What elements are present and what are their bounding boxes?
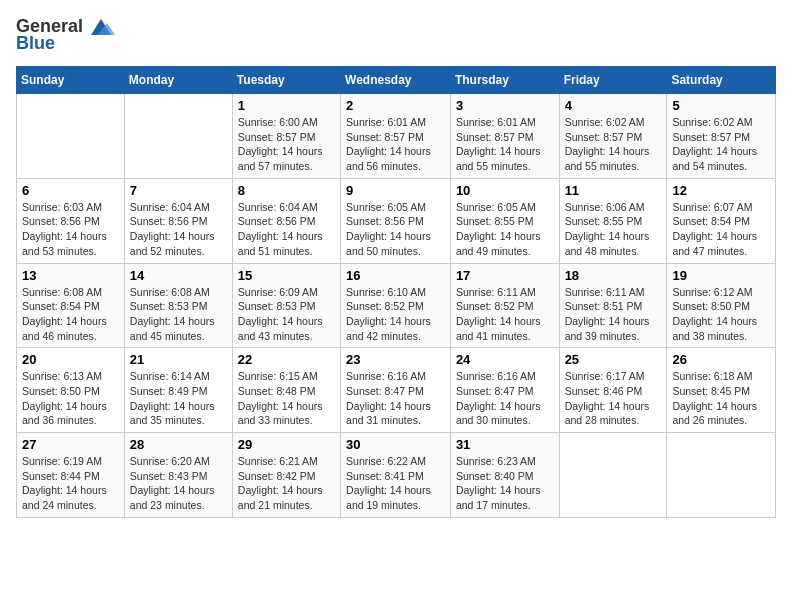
- day-info: Sunrise: 6:19 AM Sunset: 8:44 PM Dayligh…: [22, 454, 119, 513]
- calendar-cell: 15Sunrise: 6:09 AM Sunset: 8:53 PM Dayli…: [232, 263, 340, 348]
- page-header: General Blue: [16, 16, 776, 54]
- day-number: 19: [672, 268, 770, 283]
- day-number: 10: [456, 183, 554, 198]
- day-number: 20: [22, 352, 119, 367]
- day-info: Sunrise: 6:02 AM Sunset: 8:57 PM Dayligh…: [565, 115, 662, 174]
- day-number: 24: [456, 352, 554, 367]
- day-number: 5: [672, 98, 770, 113]
- calendar-cell: 2Sunrise: 6:01 AM Sunset: 8:57 PM Daylig…: [341, 94, 451, 179]
- day-number: 16: [346, 268, 445, 283]
- day-info: Sunrise: 6:00 AM Sunset: 8:57 PM Dayligh…: [238, 115, 335, 174]
- day-number: 28: [130, 437, 227, 452]
- day-info: Sunrise: 6:03 AM Sunset: 8:56 PM Dayligh…: [22, 200, 119, 259]
- calendar-cell: 9Sunrise: 6:05 AM Sunset: 8:56 PM Daylig…: [341, 178, 451, 263]
- calendar-cell: 12Sunrise: 6:07 AM Sunset: 8:54 PM Dayli…: [667, 178, 776, 263]
- calendar-cell: 24Sunrise: 6:16 AM Sunset: 8:47 PM Dayli…: [450, 348, 559, 433]
- day-info: Sunrise: 6:05 AM Sunset: 8:55 PM Dayligh…: [456, 200, 554, 259]
- day-info: Sunrise: 6:21 AM Sunset: 8:42 PM Dayligh…: [238, 454, 335, 513]
- day-info: Sunrise: 6:08 AM Sunset: 8:54 PM Dayligh…: [22, 285, 119, 344]
- day-info: Sunrise: 6:05 AM Sunset: 8:56 PM Dayligh…: [346, 200, 445, 259]
- calendar-cell: 6Sunrise: 6:03 AM Sunset: 8:56 PM Daylig…: [17, 178, 125, 263]
- day-number: 1: [238, 98, 335, 113]
- day-number: 22: [238, 352, 335, 367]
- calendar-cell: 30Sunrise: 6:22 AM Sunset: 8:41 PM Dayli…: [341, 433, 451, 518]
- calendar-cell: 17Sunrise: 6:11 AM Sunset: 8:52 PM Dayli…: [450, 263, 559, 348]
- day-info: Sunrise: 6:16 AM Sunset: 8:47 PM Dayligh…: [346, 369, 445, 428]
- day-info: Sunrise: 6:08 AM Sunset: 8:53 PM Dayligh…: [130, 285, 227, 344]
- calendar-cell: 26Sunrise: 6:18 AM Sunset: 8:45 PM Dayli…: [667, 348, 776, 433]
- day-info: Sunrise: 6:10 AM Sunset: 8:52 PM Dayligh…: [346, 285, 445, 344]
- calendar-cell: 18Sunrise: 6:11 AM Sunset: 8:51 PM Dayli…: [559, 263, 667, 348]
- weekday-header: Friday: [559, 67, 667, 94]
- calendar-cell: 19Sunrise: 6:12 AM Sunset: 8:50 PM Dayli…: [667, 263, 776, 348]
- day-info: Sunrise: 6:11 AM Sunset: 8:52 PM Dayligh…: [456, 285, 554, 344]
- calendar-cell: 14Sunrise: 6:08 AM Sunset: 8:53 PM Dayli…: [124, 263, 232, 348]
- weekday-header: Saturday: [667, 67, 776, 94]
- calendar-cell: 25Sunrise: 6:17 AM Sunset: 8:46 PM Dayli…: [559, 348, 667, 433]
- calendar-cell: 31Sunrise: 6:23 AM Sunset: 8:40 PM Dayli…: [450, 433, 559, 518]
- day-number: 14: [130, 268, 227, 283]
- calendar-cell: [17, 94, 125, 179]
- calendar-cell: 13Sunrise: 6:08 AM Sunset: 8:54 PM Dayli…: [17, 263, 125, 348]
- day-info: Sunrise: 6:13 AM Sunset: 8:50 PM Dayligh…: [22, 369, 119, 428]
- logo: General Blue: [16, 16, 115, 54]
- weekday-header: Sunday: [17, 67, 125, 94]
- day-info: Sunrise: 6:23 AM Sunset: 8:40 PM Dayligh…: [456, 454, 554, 513]
- day-info: Sunrise: 6:04 AM Sunset: 8:56 PM Dayligh…: [238, 200, 335, 259]
- calendar-cell: 22Sunrise: 6:15 AM Sunset: 8:48 PM Dayli…: [232, 348, 340, 433]
- calendar-body: 1Sunrise: 6:00 AM Sunset: 8:57 PM Daylig…: [17, 94, 776, 518]
- calendar-week-row: 13Sunrise: 6:08 AM Sunset: 8:54 PM Dayli…: [17, 263, 776, 348]
- calendar-cell: [559, 433, 667, 518]
- calendar-table: SundayMondayTuesdayWednesdayThursdayFrid…: [16, 66, 776, 518]
- day-info: Sunrise: 6:06 AM Sunset: 8:55 PM Dayligh…: [565, 200, 662, 259]
- calendar-week-row: 6Sunrise: 6:03 AM Sunset: 8:56 PM Daylig…: [17, 178, 776, 263]
- weekday-row: SundayMondayTuesdayWednesdayThursdayFrid…: [17, 67, 776, 94]
- day-info: Sunrise: 6:02 AM Sunset: 8:57 PM Dayligh…: [672, 115, 770, 174]
- calendar-cell: 20Sunrise: 6:13 AM Sunset: 8:50 PM Dayli…: [17, 348, 125, 433]
- logo-blue-text: Blue: [16, 33, 55, 54]
- weekday-header: Monday: [124, 67, 232, 94]
- day-number: 2: [346, 98, 445, 113]
- day-info: Sunrise: 6:17 AM Sunset: 8:46 PM Dayligh…: [565, 369, 662, 428]
- day-info: Sunrise: 6:09 AM Sunset: 8:53 PM Dayligh…: [238, 285, 335, 344]
- calendar-header: SundayMondayTuesdayWednesdayThursdayFrid…: [17, 67, 776, 94]
- day-info: Sunrise: 6:04 AM Sunset: 8:56 PM Dayligh…: [130, 200, 227, 259]
- weekday-header: Thursday: [450, 67, 559, 94]
- calendar-cell: 5Sunrise: 6:02 AM Sunset: 8:57 PM Daylig…: [667, 94, 776, 179]
- day-number: 3: [456, 98, 554, 113]
- calendar-cell: 27Sunrise: 6:19 AM Sunset: 8:44 PM Dayli…: [17, 433, 125, 518]
- day-number: 23: [346, 352, 445, 367]
- day-number: 31: [456, 437, 554, 452]
- day-number: 26: [672, 352, 770, 367]
- day-number: 21: [130, 352, 227, 367]
- calendar-cell: 23Sunrise: 6:16 AM Sunset: 8:47 PM Dayli…: [341, 348, 451, 433]
- day-number: 13: [22, 268, 119, 283]
- calendar-cell: [124, 94, 232, 179]
- calendar-cell: 10Sunrise: 6:05 AM Sunset: 8:55 PM Dayli…: [450, 178, 559, 263]
- day-info: Sunrise: 6:01 AM Sunset: 8:57 PM Dayligh…: [346, 115, 445, 174]
- day-info: Sunrise: 6:11 AM Sunset: 8:51 PM Dayligh…: [565, 285, 662, 344]
- day-number: 15: [238, 268, 335, 283]
- day-info: Sunrise: 6:16 AM Sunset: 8:47 PM Dayligh…: [456, 369, 554, 428]
- calendar-week-row: 1Sunrise: 6:00 AM Sunset: 8:57 PM Daylig…: [17, 94, 776, 179]
- calendar-cell: 21Sunrise: 6:14 AM Sunset: 8:49 PM Dayli…: [124, 348, 232, 433]
- calendar-cell: 3Sunrise: 6:01 AM Sunset: 8:57 PM Daylig…: [450, 94, 559, 179]
- day-number: 30: [346, 437, 445, 452]
- day-number: 18: [565, 268, 662, 283]
- day-number: 17: [456, 268, 554, 283]
- weekday-header: Tuesday: [232, 67, 340, 94]
- calendar-week-row: 20Sunrise: 6:13 AM Sunset: 8:50 PM Dayli…: [17, 348, 776, 433]
- calendar-cell: 7Sunrise: 6:04 AM Sunset: 8:56 PM Daylig…: [124, 178, 232, 263]
- day-info: Sunrise: 6:22 AM Sunset: 8:41 PM Dayligh…: [346, 454, 445, 513]
- day-info: Sunrise: 6:20 AM Sunset: 8:43 PM Dayligh…: [130, 454, 227, 513]
- day-info: Sunrise: 6:18 AM Sunset: 8:45 PM Dayligh…: [672, 369, 770, 428]
- calendar-week-row: 27Sunrise: 6:19 AM Sunset: 8:44 PM Dayli…: [17, 433, 776, 518]
- calendar-cell: 29Sunrise: 6:21 AM Sunset: 8:42 PM Dayli…: [232, 433, 340, 518]
- calendar-cell: 4Sunrise: 6:02 AM Sunset: 8:57 PM Daylig…: [559, 94, 667, 179]
- day-info: Sunrise: 6:12 AM Sunset: 8:50 PM Dayligh…: [672, 285, 770, 344]
- day-number: 25: [565, 352, 662, 367]
- day-info: Sunrise: 6:15 AM Sunset: 8:48 PM Dayligh…: [238, 369, 335, 428]
- logo-icon: [87, 17, 115, 37]
- day-info: Sunrise: 6:01 AM Sunset: 8:57 PM Dayligh…: [456, 115, 554, 174]
- calendar-cell: 1Sunrise: 6:00 AM Sunset: 8:57 PM Daylig…: [232, 94, 340, 179]
